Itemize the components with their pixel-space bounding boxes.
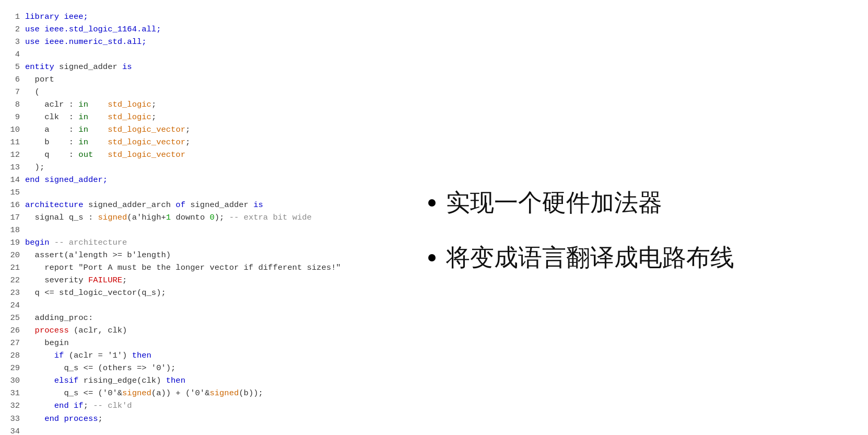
token: assert(a'length >= b'length)	[25, 250, 171, 260]
token: std_logic_vector	[108, 138, 185, 147]
code-line: 8 aclr : in std_logic;	[5, 98, 392, 111]
token: signed	[122, 388, 151, 398]
code-content: aclr : in std_logic;	[25, 98, 156, 111]
token: end process	[44, 414, 98, 423]
token: report "Port A must be the longer vector…	[25, 263, 341, 272]
code-content: adding_proc:	[25, 312, 93, 324]
bullet-dot-icon	[428, 254, 436, 261]
line-number: 25	[5, 312, 20, 324]
line-number: 29	[5, 362, 20, 374]
token: (aclr = '1')	[64, 351, 132, 360]
token: signed_adder_arch	[84, 200, 176, 210]
code-content: end signed_adder;	[25, 174, 108, 186]
token: out	[78, 150, 93, 159]
token: ;	[151, 100, 156, 109]
token: begin	[25, 238, 50, 247]
token: std_logic_vector	[108, 125, 185, 134]
code-content: end if; -- clk'd	[25, 399, 132, 412]
token: begin	[25, 338, 69, 348]
token: q :	[25, 150, 78, 159]
token: a :	[25, 125, 78, 134]
code-content: severity FAILURE;	[25, 274, 127, 287]
code-content: a : in std_logic_vector;	[25, 123, 190, 136]
token: downto	[171, 213, 209, 222]
token: q <= std_logic_vector(q_s);	[25, 288, 166, 297]
code-content: end process;	[25, 413, 103, 425]
token: then	[132, 351, 151, 360]
token: process	[35, 326, 69, 335]
token: rising_edge(clk)	[78, 376, 166, 385]
token: signed_adder	[54, 62, 122, 72]
token: ;	[185, 138, 190, 147]
bullet-item: 实现一个硬件加法器	[428, 188, 837, 217]
token: ;	[98, 414, 103, 423]
token: 1	[166, 213, 171, 222]
token: in	[78, 112, 88, 122]
code-content: library ieee;	[25, 10, 88, 23]
token: in	[78, 125, 88, 134]
line-number: 26	[5, 324, 20, 337]
code-content: clk : in std_logic;	[25, 111, 156, 123]
token: signed_adder	[185, 200, 253, 210]
bullet-dot-icon	[428, 199, 436, 207]
token: end signed_adder;	[25, 175, 108, 185]
token: (b));	[239, 388, 263, 398]
code-content: );	[25, 161, 44, 174]
line-number: 33	[5, 413, 20, 425]
token: b :	[25, 138, 78, 147]
line-number: 13	[5, 161, 20, 174]
code-line: 26 process (aclr, clk)	[5, 324, 392, 337]
code-line: 32 end if; -- clk'd	[5, 399, 392, 412]
line-number: 11	[5, 136, 20, 148]
code-line: 5entity signed_adder is	[5, 61, 392, 73]
code-line: 21 report "Port A must be the longer vec…	[5, 261, 392, 274]
code-content: report "Port A must be the longer vector…	[25, 261, 341, 274]
line-number: 9	[5, 111, 20, 123]
token: clk :	[25, 112, 78, 122]
code-line: 7 (	[5, 86, 392, 98]
code-line: 4	[5, 48, 392, 61]
line-number: 3	[5, 36, 20, 48]
line-number: 1	[5, 10, 20, 23]
token	[88, 138, 108, 147]
token	[88, 100, 108, 109]
token: is	[253, 200, 263, 210]
token: use ieee.numeric_std.all;	[25, 37, 147, 47]
token: q_s <= ('0'&	[25, 388, 122, 398]
token	[50, 238, 54, 247]
line-number: 2	[5, 23, 20, 36]
code-content: signal q_s : signed(a'high+1 downto 0); …	[25, 211, 312, 224]
code-content: port	[25, 73, 54, 86]
line-number: 19	[5, 236, 20, 249]
code-line: 18	[5, 224, 392, 236]
bullet-text: 将变成语言翻译成电路布线	[446, 243, 734, 272]
code-line: 17 signal q_s : signed(a'high+1 downto 0…	[5, 211, 392, 224]
token: );	[215, 213, 229, 222]
token	[25, 401, 54, 410]
token: signed	[209, 388, 239, 398]
line-number: 12	[5, 148, 20, 161]
token: is	[122, 62, 132, 72]
token: entity	[25, 62, 54, 72]
token: (a)) + ('0'&	[151, 388, 210, 398]
code-content: use ieee.std_logic_1164.all;	[25, 23, 161, 36]
token: (a'high+	[127, 213, 166, 222]
code-content: (	[25, 86, 40, 98]
token: (	[25, 87, 40, 97]
code-line: 33 end process;	[5, 413, 392, 425]
line-number: 7	[5, 86, 20, 98]
token: severity	[25, 276, 88, 285]
code-line: 3use ieee.numeric_std.all;	[5, 36, 392, 48]
token: signal q_s :	[25, 213, 98, 222]
line-number: 27	[5, 337, 20, 349]
code-content: entity signed_adder is	[25, 61, 132, 73]
line-number: 23	[5, 287, 20, 299]
line-number: 16	[5, 199, 20, 211]
line-number: 15	[5, 186, 20, 199]
token: std_logic	[108, 112, 151, 122]
line-number: 30	[5, 374, 20, 387]
code-content: elsif rising_edge(clk) then	[25, 374, 185, 387]
code-content: assert(a'length >= b'length)	[25, 249, 171, 261]
token	[25, 376, 54, 385]
code-line: 20 assert(a'length >= b'length)	[5, 249, 392, 261]
